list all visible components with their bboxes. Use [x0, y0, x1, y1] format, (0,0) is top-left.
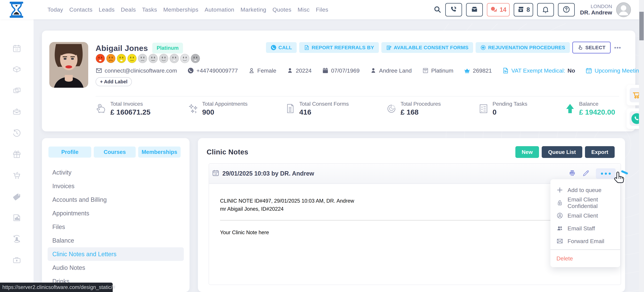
mood-face-6[interactable]	[148, 54, 158, 64]
shop-button[interactable]: 8	[514, 3, 533, 17]
sidebar-item-audio-notes[interactable]: Audio Notes	[42, 261, 190, 274]
client-header-card: Abigail Jones Platinum connect@clinicsof…	[42, 31, 635, 131]
client-info-calendar-12[interactable]: 12Upcoming Meetings	[586, 67, 644, 74]
stat-value: £ 160671.25	[110, 108, 150, 116]
sidebar-item-appointments[interactable]: Appointments	[42, 207, 190, 220]
call-button[interactable]: CALL	[266, 42, 297, 53]
add-label-button[interactable]: + Add Label	[96, 77, 132, 86]
sidebar-item-invoices[interactable]: Invoices	[42, 179, 190, 193]
user-identity: LONDON DR. Andrew	[580, 4, 612, 16]
tab-courses[interactable]: Courses	[94, 147, 136, 158]
mood-face-10[interactable]	[191, 54, 200, 64]
menu-item-email-staff[interactable]: Email Staff	[550, 222, 620, 235]
select-button[interactable]: SELECT	[572, 42, 611, 53]
nav-item-leads[interactable]: Leads	[98, 6, 114, 13]
edit-pencil-icon[interactable]	[582, 169, 590, 178]
sidebar-package-icon[interactable]	[12, 65, 22, 74]
spa-icon	[480, 45, 486, 50]
menu-item-delete[interactable]: Delete	[550, 252, 620, 264]
sidebar-case-icon[interactable]	[12, 255, 22, 265]
nav-item-contacts[interactable]: Contacts	[69, 6, 92, 13]
more-actions-button[interactable]: •••	[613, 42, 622, 53]
tab-memberships[interactable]: Memberships	[138, 147, 180, 158]
nav-item-today[interactable]: Today	[48, 6, 63, 13]
dialer-button[interactable]	[445, 3, 462, 17]
calendar-12-icon: 12	[586, 67, 592, 74]
sidebar-item-accounts-and-billing[interactable]: Accounts and Billing	[42, 193, 190, 207]
help-button[interactable]	[558, 3, 575, 17]
note-date-row: 12 29/01/2025 10:03 by DR. Andrew	[212, 169, 314, 178]
user-avatar[interactable]	[616, 2, 631, 17]
nav-item-quotes[interactable]: Quotes	[272, 6, 292, 13]
pie-icon	[386, 103, 397, 114]
nav-item-misc[interactable]: Misc	[298, 6, 310, 13]
sidebar-copy-icon[interactable]	[12, 86, 22, 95]
sidebar-item-files[interactable]: Files	[42, 220, 190, 234]
chat-bubbles-icon	[490, 6, 498, 14]
client-actions-row: CALLREPORT REFERRALS BYAVAILABLE CONSENT…	[266, 42, 622, 53]
sidebar-person-sync-icon[interactable]	[12, 234, 22, 244]
clinicsoftware-app: TodayContactsLeadsDealsTasksMembershipsA…	[0, 0, 644, 292]
plus-icon	[556, 187, 563, 193]
sidebar-item-balance[interactable]: Balance	[42, 234, 190, 247]
mood-face-7[interactable]	[159, 54, 168, 64]
page-scrollbar[interactable]	[639, 0, 644, 292]
sidebar-item-activity[interactable]: Activity	[42, 166, 190, 179]
inbox-icon	[470, 6, 478, 14]
mood-face-2[interactable]	[106, 54, 116, 64]
sidebar-cart-icon[interactable]	[12, 171, 22, 180]
nav-item-marketing[interactable]: Marketing	[240, 6, 266, 13]
client-photo[interactable]	[49, 42, 88, 88]
mood-face-8[interactable]	[170, 54, 179, 64]
nav-item-tasks[interactable]: Tasks	[142, 6, 157, 13]
print-icon[interactable]	[568, 169, 576, 178]
report-referrals-by-button[interactable]: REPORT REFERRALS BY	[299, 42, 379, 53]
stat-value: 900	[202, 108, 248, 116]
notifications-button[interactable]	[537, 3, 554, 17]
new-button[interactable]: New	[515, 146, 539, 158]
tab-profile[interactable]: Profile	[48, 147, 91, 158]
sidebar-gift-icon[interactable]	[12, 150, 22, 159]
nav-item-files[interactable]: Files	[316, 6, 328, 13]
mood-face-9[interactable]	[180, 54, 190, 64]
sidebar-report-icon[interactable]	[12, 213, 22, 222]
stat-total-consent-forms: Total Consent Forms416	[285, 101, 349, 116]
stat-value: 0	[492, 108, 528, 116]
sidebar-calendar-12-big-icon[interactable]: 12	[12, 44, 22, 53]
lock-icon	[556, 199, 563, 206]
client-info-doc-medical[interactable]: VAT Exempt Medical: No	[502, 67, 575, 74]
nav-item-deals[interactable]: Deals	[121, 6, 136, 13]
stat-label: Balance	[579, 101, 615, 107]
mood-face-3[interactable]	[117, 54, 126, 64]
rejuvenation-procedures-button[interactable]: REJUVENATION PROCEDURES	[476, 42, 570, 53]
location-label: LONDON	[580, 4, 612, 10]
sidebar-history-icon[interactable]	[12, 128, 22, 138]
stat-total-invoices: Total Invoices£ 160671.25	[96, 101, 150, 116]
sidebar-bag-icon[interactable]	[12, 107, 22, 117]
available-consent-forms-button[interactable]: AVAILABLE CONSENT FORMS	[381, 42, 473, 53]
client-info-text: 269821	[473, 67, 492, 74]
nav-item-memberships[interactable]: Memberships	[163, 6, 198, 13]
client-name: Abigail Jones	[96, 44, 148, 53]
calendar-icon: 12	[212, 169, 219, 178]
clinic-notes-header: Clinic Notes NewQueue ListExport	[198, 138, 625, 158]
note-context-menu: Add to queueEmail Client ConfidentialEma…	[550, 179, 620, 267]
mood-face-5[interactable]	[138, 54, 147, 64]
menu-item-email-client[interactable]: Email Client	[550, 209, 620, 222]
client-stats-row: Total Invoices£ 160671.25Total Appointme…	[96, 101, 615, 116]
clinicsoftware-logo[interactable]	[9, 2, 24, 18]
export-button[interactable]: Export	[585, 146, 615, 158]
scrollbar-thumb[interactable]	[639, 12, 644, 40]
queue-list-button[interactable]: Queue List	[542, 146, 582, 158]
inbox-button[interactable]	[466, 3, 483, 17]
sidebar-tag-icon[interactable]	[12, 192, 22, 201]
mood-face-1[interactable]	[96, 54, 105, 64]
menu-item-add-to-queue[interactable]: Add to queue	[550, 184, 620, 196]
mood-face-4[interactable]	[127, 54, 137, 64]
menu-item-forward-email[interactable]: Forward Email	[550, 235, 620, 247]
search-icon[interactable]	[434, 6, 441, 14]
sidebar-item-clinic-notes-and-letters[interactable]: Clinic Notes and Letters	[48, 247, 184, 261]
menu-item-email-client-confidential[interactable]: Email Client Confidential	[550, 196, 620, 209]
nav-item-automation[interactable]: Automation	[204, 6, 234, 13]
chat-button[interactable]: 14	[487, 3, 510, 17]
